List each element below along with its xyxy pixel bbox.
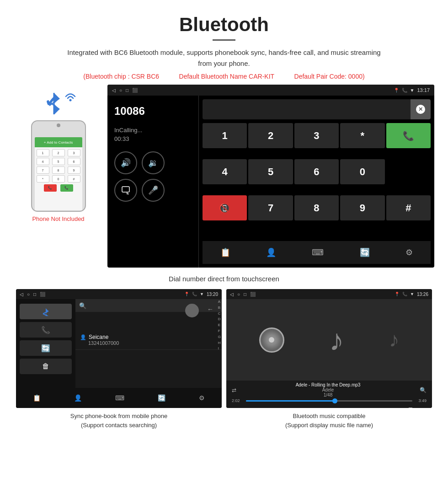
key-4[interactable]: 4 — [203, 159, 247, 184]
phone-end-btn[interactable]: 📞 — [44, 184, 57, 192]
music-progress-row: 2:02 3:49 — [232, 398, 427, 403]
key-7[interactable]: 7 — [248, 195, 293, 220]
wifi-status-icon: ▼ — [410, 88, 415, 93]
pb-bt-icon[interactable] — [20, 304, 72, 319]
dial-backspace-button[interactable]: ✕ — [411, 99, 431, 119]
phone-key-star[interactable]: * — [37, 175, 49, 182]
music-screen: ◁ ○ □ ⬛ 📍 📞 ▼ 13:26 — [226, 289, 432, 408]
key-1[interactable]: 1 — [203, 123, 247, 148]
phone-keyrow-4: * 0 # — [37, 175, 80, 182]
music-back-icon: ◁ — [230, 292, 234, 297]
volume-up-button[interactable]: 🔊 — [114, 151, 137, 174]
transfer-button[interactable] — [114, 179, 137, 202]
page-description: Integrated with BC6 Bluetooth module, su… — [64, 47, 384, 69]
key-hash[interactable]: # — [386, 195, 431, 220]
music-track-info: ⇄ Adele - Rolling In the Deep.mp3 Adele … — [232, 382, 427, 397]
phone-key-5[interactable]: 5 — [52, 158, 65, 165]
call-green-button[interactable]: 📞 — [386, 123, 431, 148]
key-star[interactable]: * — [340, 123, 384, 148]
music-next-icon[interactable]: ⏭ — [375, 407, 382, 408]
phone-mock: ✔ — [14, 85, 103, 222]
music-progress-bar[interactable] — [246, 400, 412, 402]
pb-back-icon: ◁ — [20, 292, 23, 297]
phone-key-1[interactable]: 1 — [37, 149, 49, 156]
pb-location-icon: 📍 — [184, 292, 189, 296]
music-album-area: ♪ ♪ — [226, 299, 432, 381]
music-eq-icon[interactable]: 🎛 — [407, 407, 414, 408]
settings-icon[interactable]: ⚙ — [405, 247, 413, 258]
call-log-icon[interactable]: 📋 — [220, 247, 230, 258]
music-play-icon[interactable]: ⏸ — [341, 406, 350, 408]
phone-key-4[interactable]: 4 — [37, 158, 49, 165]
phonebook-screen: ◁ ○ □ ⬛ 📍 📞 ▼ 13:20 — [16, 289, 222, 408]
music-status-left: ◁ ○ □ ⬛ — [230, 292, 256, 297]
music-status-right: 📍 📞 ▼ 13:26 — [395, 292, 428, 297]
music-prev-icon[interactable]: ⏮ — [309, 407, 316, 408]
music-caption-line1: Bluetooth music compatible — [293, 413, 366, 419]
bluetooth-icon-area: ✔ — [40, 89, 77, 117]
phone-key-9[interactable]: 9 — [68, 166, 80, 174]
dial-controls: 🔊 🔉 🎤 — [114, 151, 192, 202]
key-5[interactable]: 5 — [248, 159, 293, 184]
phone-image: + Add to Contacts 1 2 3 4 5 6 7 — [31, 120, 86, 212]
phone-key-2[interactable]: 2 — [52, 149, 65, 156]
volume-down-button[interactable]: 🔉 — [142, 151, 165, 174]
music-total-time: 3:49 — [415, 398, 427, 403]
phone-key-3[interactable]: 3 — [68, 149, 80, 156]
dial-bottom-bar: 📋 👤 ⌨ 🔄 ⚙ — [203, 241, 431, 264]
phone-call-btn[interactable]: 📞 — [60, 184, 73, 192]
phone-key-6[interactable]: 6 — [68, 158, 80, 165]
pb-bottom-dialpad-icon[interactable]: ⌨ — [115, 394, 124, 402]
phone-key-7[interactable]: 7 — [37, 166, 49, 174]
pb-back-arrow[interactable]: ← — [207, 306, 213, 313]
svg-rect-1 — [122, 187, 129, 192]
pb-call-icon[interactable]: 📞 — [20, 322, 72, 338]
pb-bottom-transfer-icon[interactable]: 🔄 — [158, 394, 165, 402]
contacts-icon[interactable]: 👤 — [266, 247, 276, 258]
music-track-name: Adele - Rolling In the Deep.mp3 — [296, 382, 361, 387]
music-current-time: 2:02 — [232, 398, 243, 403]
key-6[interactable]: 6 — [294, 159, 339, 184]
phone-camera — [57, 123, 60, 127]
phone-key-8[interactable]: 8 — [52, 166, 65, 174]
music-track-count: 1/48 — [296, 392, 361, 397]
mute-button[interactable]: 🎤 — [142, 179, 165, 202]
key-8[interactable]: 8 — [294, 195, 339, 220]
key-2[interactable]: 2 — [248, 123, 293, 148]
pb-bottom-contacts-icon[interactable]: 👤 — [74, 394, 82, 402]
key-9[interactable]: 9 — [340, 195, 384, 220]
music-shuffle-icon[interactable]: ⇄ — [232, 387, 236, 393]
phone-key-hash[interactable]: # — [68, 175, 80, 182]
dialpad-icon[interactable]: ⌨ — [312, 247, 324, 258]
music-note-side-icon: ♪ — [389, 328, 400, 352]
music-search-icon[interactable]: 🔍 — [420, 387, 427, 393]
contact-row[interactable]: 👤 Seicane 13241007000 — [75, 330, 222, 350]
dial-time: 13:17 — [417, 87, 430, 93]
music-list-icon[interactable]: ☰ — [278, 407, 284, 408]
music-folder-icon[interactable]: 📁 — [244, 407, 253, 408]
pb-sync-icon[interactable]: 🔄 — [20, 340, 72, 356]
pb-recents-icon: □ — [33, 292, 36, 297]
pb-avatar — [185, 304, 199, 317]
music-note-main-icon: ♪ — [329, 323, 344, 357]
phonebook-caption-line2: (Support contacts searching) — [81, 422, 157, 429]
contact-name: 👤 Seicane — [80, 334, 217, 340]
phone-keyrow-2: 4 5 6 — [37, 158, 80, 165]
music-status-bar: ◁ ○ □ ⬛ 📍 📞 ▼ 13:26 — [226, 289, 432, 299]
pb-bottom-call-icon[interactable]: 📋 — [33, 394, 41, 402]
pb-bottom-settings-icon[interactable]: ⚙ — [199, 394, 205, 402]
phone-key-0[interactable]: 0 — [52, 175, 65, 182]
music-left-col — [259, 327, 284, 353]
music-location-icon: 📍 — [395, 292, 400, 296]
page-title: Bluetooth — [9, 14, 439, 36]
screenshot-icon: ⬛ — [132, 88, 138, 93]
pb-delete-icon[interactable]: 🗑 — [20, 359, 72, 374]
pb-content: 📞 🔄 🗑 🔍 ← — [16, 299, 222, 388]
key-0[interactable]: 0 — [340, 159, 384, 184]
end-call-red-button[interactable]: 📵 — [203, 195, 247, 220]
key-3[interactable]: 3 — [294, 123, 339, 148]
pb-main: 🔍 ← 👤 Seicane 13241007000 — [75, 299, 222, 388]
phone-add-contact: + Add to Contacts — [44, 140, 73, 145]
transfer-icon[interactable]: 🔄 — [360, 247, 370, 258]
music-caption-line2: (Support display music file name) — [285, 422, 373, 429]
